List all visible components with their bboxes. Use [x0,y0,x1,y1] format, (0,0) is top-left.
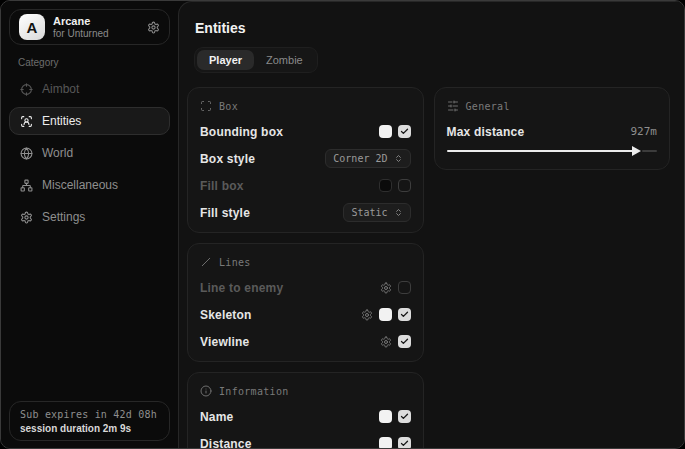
sidebar-item-aimbot[interactable]: Aimbot [9,75,170,103]
network-icon [20,179,33,192]
category-label: Category [18,57,59,68]
sidebar-item-settings[interactable]: Settings [9,203,170,231]
setting-row-distance: Distance [200,436,411,449]
max-distance-value: 927m [631,125,658,138]
general-section-header: General [447,100,658,112]
gear-icon[interactable] [380,336,392,348]
sidebar-item-label: Settings [42,210,85,224]
sub-expires-text: Sub expires in 42d 08h [20,409,159,420]
slider-thumb[interactable] [632,146,641,156]
color-swatch[interactable] [379,125,392,138]
sidebar-nav: Aimbot Entities World Miscellaneous Sett… [9,75,170,231]
max-distance-slider[interactable] [447,145,658,157]
crosshair-icon [20,83,33,96]
checkbox[interactable] [398,335,411,348]
checkbox[interactable] [398,281,411,294]
lines-section-header: Lines [200,256,411,268]
page-title: Entities [195,20,670,36]
gear-icon[interactable] [147,21,160,34]
slider-rest [642,150,657,152]
tab-player[interactable]: Player [197,50,254,70]
brand-card: A Arcane for Unturned [9,9,170,45]
setting-label: Viewline [200,335,249,349]
information-card: Information Name Distance [187,372,424,449]
right-column: General Max distance 927m [434,87,671,449]
tab-zombie[interactable]: Zombie [254,50,315,70]
sidebar-item-label: World [42,146,73,160]
setting-label: Distance [200,437,252,449]
sliders-icon [447,100,459,112]
sidebar-item-miscellaneous[interactable]: Miscellaneous [9,171,170,199]
app-logo: A [19,14,45,40]
subscription-card: Sub expires in 42d 08h session duration … [9,401,170,441]
session-duration-text: session duration 2m 9s [20,423,159,434]
lines-card: Lines Line to enemy Skeleton [187,243,424,362]
information-section-header: Information [200,385,411,397]
checkbox[interactable] [398,410,411,423]
color-swatch[interactable] [379,437,392,449]
slider-fill [447,150,639,152]
setting-label: Fill box [200,179,244,193]
chevrons-up-down-icon [394,154,403,163]
setting-label: Name [200,410,233,424]
setting-row-box-style: Box style Corner 2D [200,151,411,166]
setting-label: Max distance [447,125,525,139]
color-swatch[interactable] [379,410,392,423]
setting-row-max-distance: Max distance 927m [447,124,658,139]
box-style-select[interactable]: Corner 2D [325,149,410,168]
app-name: Arcane [53,15,139,28]
globe-icon [20,147,33,160]
box-section-header: Box [200,100,411,112]
color-swatch[interactable] [379,308,392,321]
sidebar-item-label: Aimbot [42,82,79,96]
gear-icon[interactable] [361,309,373,321]
entity-scan-icon [20,115,33,128]
checkbox[interactable] [398,179,411,192]
left-column: Box Bounding box Box style Corner 2D [187,87,424,449]
select-value: Corner 2D [333,153,387,164]
brand-text: Arcane for Unturned [53,15,139,39]
diagonal-line-icon [200,256,212,268]
gear-icon [20,211,33,224]
sidebar-item-label: Entities [42,114,81,128]
section-title: General [466,101,510,112]
section-title: Lines [219,257,251,268]
scan-icon [200,100,212,112]
fill-style-select[interactable]: Static [343,203,410,222]
content-columns: Box Bounding box Box style Corner 2D [187,87,670,449]
setting-label: Bounding box [200,125,283,139]
checkbox[interactable] [398,437,411,449]
select-value: Static [351,207,387,218]
checkbox[interactable] [398,308,411,321]
gear-icon[interactable] [380,282,392,294]
app-window: A Arcane for Unturned Category Aimbot En… [0,0,685,449]
setting-row-name: Name [200,409,411,424]
setting-label: Box style [200,152,255,166]
setting-row-viewline: Viewline [200,334,411,349]
section-title: Information [219,386,289,397]
main-panel: Entities Player Zombie Box Bounding box [178,1,684,448]
setting-label: Skeleton [200,308,252,322]
app-subtitle: for Unturned [53,28,139,40]
setting-row-skeleton: Skeleton [200,307,411,322]
setting-row-bounding-box: Bounding box [200,124,411,139]
setting-row-line-to-enemy: Line to enemy [200,280,411,295]
box-card: Box Bounding box Box style Corner 2D [187,87,424,233]
tab-bar: Player Zombie [194,47,318,73]
setting-row-fill-box: Fill box [200,178,411,193]
chevrons-up-down-icon [394,208,403,217]
section-title: Box [219,101,238,112]
general-card: General Max distance 927m [434,87,671,170]
sidebar-item-entities[interactable]: Entities [9,107,170,135]
color-swatch[interactable] [379,179,392,192]
sidebar-item-label: Miscellaneous [42,178,118,192]
info-icon [200,385,212,397]
setting-label: Fill style [200,206,250,220]
setting-label: Line to enemy [200,281,283,295]
sidebar: A Arcane for Unturned Category Aimbot En… [1,1,178,448]
checkbox[interactable] [398,125,411,138]
setting-row-fill-style: Fill style Static [200,205,411,220]
sidebar-item-world[interactable]: World [9,139,170,167]
